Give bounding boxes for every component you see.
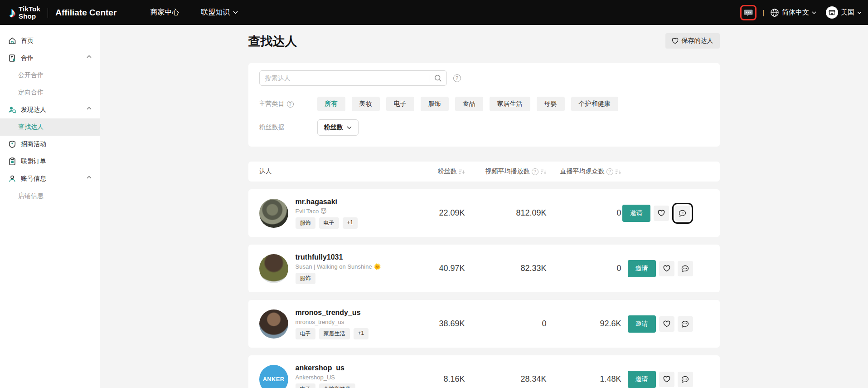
favorite-button[interactable] — [659, 372, 674, 387]
column-header-live-viewers[interactable]: 直播平均观众数 ? — [547, 167, 621, 176]
invite-button[interactable]: 邀请 — [628, 260, 656, 277]
invite-button[interactable]: 邀请 — [628, 315, 656, 333]
live-viewers-help-icon[interactable]: ? — [606, 168, 613, 175]
heart-icon — [663, 376, 670, 383]
chevron-up-icon[interactable] — [87, 55, 92, 58]
sidebar-item-shop-info[interactable]: 店铺信息 — [0, 187, 100, 205]
category-tag-personal-care[interactable]: 个护和健康 — [571, 97, 618, 111]
table-row: mronos_trendy_us mronos_trendy_us 电子 家居生… — [248, 300, 720, 348]
avg-video-views: 82.33K — [465, 264, 547, 273]
creator-subtitle: Evil Taco 😈 — [296, 208, 358, 215]
heart-icon — [663, 265, 670, 272]
avg-live-viewers: 0 — [547, 208, 621, 218]
column-header-video-views[interactable]: 视频平均播放数 ? — [465, 167, 547, 176]
avatar[interactable]: ANKER — [259, 365, 288, 388]
column-header-fans[interactable]: 粉丝数 — [386, 167, 465, 176]
heart-icon — [658, 210, 665, 216]
creator-subtitle: Ankershop_US — [296, 374, 355, 381]
table-header: 达人 粉丝数 视频平均播放数 ? 直播平均观众数 ? — [248, 162, 720, 182]
sidebar-item-discover-creators[interactable]: 发现达人 — [0, 101, 100, 118]
sidebar-item-find-creators[interactable]: 查找达人 — [0, 118, 100, 136]
chat-bubble-icon — [679, 210, 686, 217]
category-tag-baby[interactable]: 母婴 — [537, 97, 565, 111]
nav-affiliate-academy[interactable]: 联盟知识 — [201, 8, 238, 17]
category-help-icon[interactable]: ? — [287, 101, 294, 108]
creator-username[interactable]: ankershop_us — [296, 364, 355, 372]
invite-button[interactable]: 邀请 — [628, 371, 656, 388]
search-help-icon[interactable]: ? — [453, 74, 461, 82]
creator-subtitle: Susan | Walking on Sunshine 🌞 — [296, 263, 381, 270]
account-icon — [8, 175, 16, 183]
home-icon — [8, 37, 16, 45]
creator-username[interactable]: mr.hagasaki — [296, 198, 358, 206]
message-bubble-icon[interactable] — [743, 7, 754, 18]
favorite-button[interactable] — [659, 261, 674, 276]
creator-username[interactable]: mronos_trendy_us — [296, 309, 369, 317]
saved-creators-button[interactable]: 保存的达人 — [665, 33, 720, 49]
chat-bubble-icon — [681, 320, 689, 328]
app-title: Affiliate Center — [55, 8, 116, 18]
sort-icon[interactable] — [615, 169, 621, 175]
chat-button[interactable] — [678, 372, 693, 387]
black-highlight-box — [672, 203, 693, 224]
creator-category-tag: 个护和健康 — [319, 383, 355, 388]
region-selector[interactable]: 美国 — [826, 6, 862, 19]
creator-more-tags[interactable]: +1 — [354, 328, 369, 339]
chevron-down-icon — [347, 126, 352, 129]
chevron-up-icon[interactable] — [87, 176, 92, 179]
creator-username[interactable]: truthfully1031 — [296, 253, 381, 261]
chat-button[interactable] — [678, 261, 693, 276]
search-box[interactable] — [259, 70, 447, 86]
favorite-button[interactable] — [659, 316, 674, 332]
sidebar-item-orders[interactable]: 联盟订单 — [0, 153, 100, 170]
main-content: 查找达人 保存的达人 ? 主营类目 ? — [100, 25, 868, 388]
chevron-down-icon — [812, 11, 816, 14]
fans-count-dropdown[interactable]: 粉丝数 — [317, 119, 359, 136]
fans-count: 8.16K — [386, 374, 465, 384]
video-views-help-icon[interactable]: ? — [532, 168, 538, 175]
table-row: ANKER ankershop_us Ankershop_US 电子 个护和健康… — [248, 355, 720, 388]
favorite-button[interactable] — [654, 206, 669, 221]
avatar[interactable] — [259, 199, 288, 228]
sidebar-item-home[interactable]: 首页 — [0, 32, 100, 49]
category-tag-apparel[interactable]: 服饰 — [421, 97, 449, 111]
tiktok-note-icon: ♪ — [9, 6, 16, 20]
category-tag-home[interactable]: 家居生活 — [490, 97, 530, 111]
page-title: 查找达人 — [248, 33, 297, 49]
category-tag-electronics[interactable]: 电子 — [386, 97, 414, 111]
avatar[interactable] — [259, 309, 288, 339]
sidebar-item-account-info[interactable]: 账号信息 — [0, 170, 100, 187]
nav-merchant-center[interactable]: 商家中心 — [150, 8, 179, 17]
chevron-up-icon[interactable] — [87, 107, 92, 110]
cooperation-icon — [8, 54, 16, 62]
tiktok-shop-logo[interactable]: ♪ TikTok Shop — [9, 5, 40, 20]
fans-count: 38.69K — [386, 319, 465, 329]
category-tag-beauty[interactable]: 美妆 — [352, 97, 380, 111]
sidebar-item-campaigns[interactable]: 招商活动 — [0, 136, 100, 153]
avatar[interactable] — [259, 254, 288, 283]
table-row: mr.hagasaki Evil Taco 😈 服饰 电子 +1 22.09K … — [248, 189, 720, 237]
filter-card: ? 主营类目 ? 所有 美妆 电子 服饰 食品 家居生活 母婴 个护和健康 — [248, 63, 720, 147]
sidebar-item-open-cooperation[interactable]: 公开合作 — [0, 67, 100, 84]
sort-icon[interactable] — [540, 169, 547, 175]
avg-video-views: 28.34K — [465, 374, 547, 384]
chat-button[interactable] — [675, 206, 690, 221]
creator-more-tags[interactable]: +1 — [343, 217, 358, 229]
sidebar-item-cooperation[interactable]: 合作 — [0, 49, 100, 67]
creator-category-tag: 电子 — [296, 328, 315, 339]
fans-count: 22.09K — [386, 208, 465, 218]
search-input[interactable] — [265, 74, 430, 82]
invite-button[interactable]: 邀请 — [622, 205, 650, 222]
creator-subtitle: mronos_trendy_us — [296, 319, 369, 325]
category-filter-label: 主营类目 ? — [259, 100, 317, 108]
creator-category-tag: 家居生活 — [319, 328, 350, 339]
discover-creators-icon — [8, 106, 16, 114]
sidebar-item-targeted-cooperation[interactable]: 定向合作 — [0, 84, 100, 101]
category-tag-food[interactable]: 食品 — [455, 97, 483, 111]
chat-button[interactable] — [678, 316, 693, 332]
sort-icon[interactable] — [459, 169, 465, 175]
search-icon[interactable] — [434, 74, 442, 82]
category-tag-all[interactable]: 所有 — [317, 97, 345, 111]
language-selector[interactable]: 简体中文 — [770, 8, 816, 17]
column-header-creator: 达人 — [259, 167, 386, 176]
